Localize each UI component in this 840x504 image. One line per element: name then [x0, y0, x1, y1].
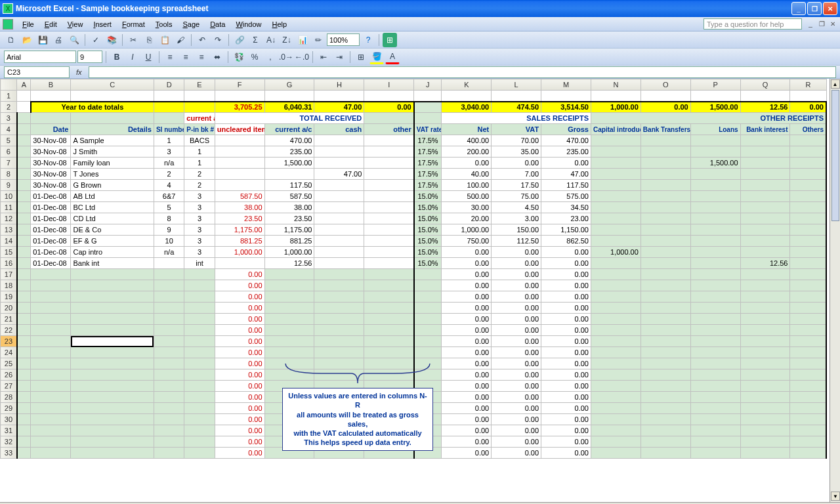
formula-input[interactable]	[89, 66, 836, 78]
bold-icon[interactable]: B	[110, 50, 124, 64]
undo-icon[interactable]: ↶	[195, 33, 209, 47]
cut-icon[interactable]: ✂	[126, 33, 140, 47]
col-header-Q[interactable]: Q	[740, 79, 790, 91]
menu-tools[interactable]: Tools	[150, 19, 178, 30]
menu-insert[interactable]: Insert	[88, 19, 117, 30]
menu-format[interactable]: Format	[117, 19, 150, 30]
col-header-K[interactable]: K	[442, 79, 492, 91]
col-header-B[interactable]: B	[31, 79, 71, 91]
font-color-icon[interactable]: A	[385, 50, 400, 64]
align-left-icon[interactable]: ≡	[163, 50, 177, 64]
sort-desc-icon[interactable]: Z↓	[280, 33, 294, 47]
formula-bar: C23 fx	[0, 66, 840, 79]
col-header-F[interactable]: F	[215, 79, 264, 91]
italic-icon[interactable]: I	[125, 50, 140, 64]
menu-edit[interactable]: Edit	[39, 19, 62, 30]
excel-icon: X	[3, 3, 13, 14]
table-row: 930-Nov-08G Brown42117.5017.5%100.0017.5…	[1, 180, 827, 191]
increase-decimal-icon[interactable]: .0→	[279, 50, 293, 64]
col-header-I[interactable]: I	[364, 79, 414, 91]
save-icon[interactable]: 💾	[35, 33, 50, 47]
drawing-icon[interactable]: ✏	[311, 33, 326, 47]
fill-color-icon[interactable]: 🪣	[369, 50, 384, 64]
format-painter-icon[interactable]: 🖌	[173, 33, 188, 47]
spelling-icon[interactable]: ✓	[89, 33, 103, 47]
col-header-A[interactable]: A	[17, 79, 31, 91]
new-icon[interactable]: 🗋	[4, 33, 18, 47]
percent-icon[interactable]: %	[247, 50, 262, 64]
increase-indent-icon[interactable]: ⇥	[332, 50, 346, 64]
standard-toolbar: 🗋 📂 💾 🖨 🔍 ✓ 📚 ✂ ⎘ 📋 🖌 ↶ ↷ 🔗 Σ A↓ Z↓ 📊 ✏ …	[0, 32, 840, 49]
doc-close-button[interactable]: ✕	[828, 20, 837, 29]
col-header-R[interactable]: R	[790, 79, 826, 91]
col-header-L[interactable]: L	[492, 79, 541, 91]
scroll-down-icon[interactable]: ▼	[831, 492, 840, 501]
chart-icon[interactable]: 📊	[295, 33, 310, 47]
active-cell[interactable]	[71, 336, 154, 347]
currency-icon[interactable]: 💱	[232, 50, 246, 64]
redo-icon[interactable]: ↷	[211, 33, 225, 47]
col-header-O[interactable]: O	[640, 79, 690, 91]
autosum-icon[interactable]: Σ	[248, 33, 262, 47]
table-row: 1601-Dec-08Bank intint12.5615.0%0.000.00…	[1, 258, 827, 269]
menu-sage[interactable]: Sage	[177, 19, 205, 30]
select-all-cell[interactable]	[1, 79, 17, 91]
menu-help[interactable]: Help	[267, 19, 293, 30]
table-row: 1101-Dec-08BC Ltd5338.0038.0015.0%30.004…	[1, 202, 827, 213]
close-button[interactable]: ✕	[823, 2, 837, 15]
print-icon[interactable]: 🖨	[51, 33, 66, 47]
col-header-M[interactable]: M	[541, 79, 591, 91]
decrease-indent-icon[interactable]: ⇤	[316, 50, 331, 64]
paste-icon[interactable]: 📋	[158, 33, 172, 47]
menu-data[interactable]: Data	[205, 19, 230, 30]
col-header-G[interactable]: G	[264, 79, 314, 91]
col-header-J[interactable]: J	[414, 79, 442, 91]
font-name-combo[interactable]	[4, 51, 76, 63]
hyperlink-icon[interactable]: 🔗	[232, 33, 247, 47]
spreadsheet-grid[interactable]: ABCDEFGHIJKLMNOPQR12Year to date totals3…	[0, 79, 840, 502]
fx-icon[interactable]: fx	[76, 68, 82, 76]
align-center-icon[interactable]: ≡	[178, 50, 193, 64]
col-header-P[interactable]: P	[690, 79, 740, 91]
decrease-decimal-icon[interactable]: ←.0	[295, 50, 309, 64]
menu-file[interactable]: File	[17, 19, 39, 30]
name-box[interactable]: C23	[4, 66, 70, 78]
help-icon[interactable]: ?	[361, 33, 375, 47]
scroll-up-icon[interactable]: ▲	[831, 79, 840, 89]
sort-asc-icon[interactable]: A↓	[264, 33, 278, 47]
col-header-N[interactable]: N	[591, 79, 640, 91]
menu-bar: FileEditViewInsertFormatToolsSageDataWin…	[0, 17, 840, 32]
table-row: 630-Nov-08J Smith31235.0017.5%200.0035.0…	[1, 146, 827, 158]
print-preview-icon[interactable]: 🔍	[67, 33, 81, 47]
font-size-combo[interactable]	[77, 51, 102, 63]
ytd-label[interactable]: Year to date totals	[31, 102, 154, 113]
doc-restore-button[interactable]: ❐	[817, 20, 826, 29]
scroll-thumb[interactable]	[831, 90, 839, 221]
merge-center-icon[interactable]: ⬌	[210, 50, 224, 64]
callout-brace	[282, 360, 433, 387]
align-right-icon[interactable]: ≡	[194, 50, 209, 64]
workbook-icon	[3, 19, 13, 30]
addin-icon[interactable]: ⊞	[383, 33, 397, 47]
open-icon[interactable]: 📂	[20, 33, 34, 47]
vertical-scrollbar[interactable]: ▲ ▼	[830, 79, 840, 502]
table-row: 1001-Dec-08AB Ltd6&73587.50587.5015.0%50…	[1, 191, 827, 202]
research-icon[interactable]: 📚	[104, 33, 119, 47]
col-header-C[interactable]: C	[71, 79, 154, 91]
help-search-input[interactable]	[704, 18, 802, 30]
menu-view[interactable]: View	[62, 19, 89, 30]
col-header-H[interactable]: H	[314, 79, 364, 91]
zoom-combo[interactable]	[327, 33, 360, 46]
copy-icon[interactable]: ⎘	[142, 33, 156, 47]
table-row: 530-Nov-08A Sample1BACS470.0017.5%400.00…	[1, 135, 827, 146]
borders-icon[interactable]: ⊞	[354, 50, 368, 64]
doc-minimize-button[interactable]: _	[806, 20, 815, 29]
table-row: 830-Nov-08T Jones2247.0017.5%40.007.0047…	[1, 169, 827, 180]
underline-icon[interactable]: U	[141, 50, 156, 64]
comma-icon[interactable]: ,	[263, 50, 278, 64]
maximize-button[interactable]: ❐	[807, 2, 822, 15]
col-header-E[interactable]: E	[184, 79, 215, 91]
minimize-button[interactable]: _	[791, 2, 806, 15]
menu-window[interactable]: Window	[230, 19, 266, 30]
col-header-D[interactable]: D	[154, 79, 184, 91]
